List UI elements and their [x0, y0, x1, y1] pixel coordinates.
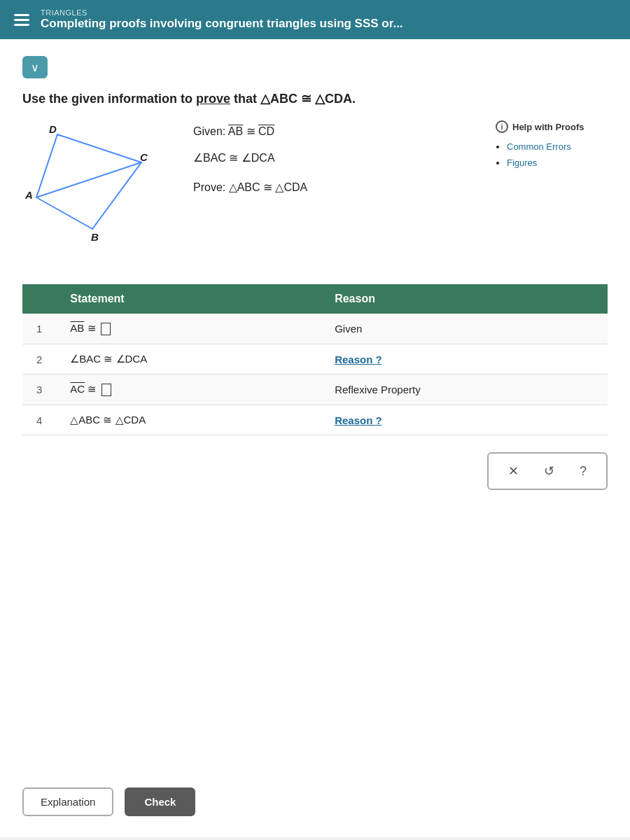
- row-reason[interactable]: Reason ?: [321, 344, 608, 374]
- statement-text: △ABC ≅ △CDA: [70, 414, 146, 426]
- check-button[interactable]: Check: [125, 788, 195, 816]
- svg-text:D: D: [49, 123, 57, 135]
- common-errors-link[interactable]: Common Errors: [507, 141, 571, 152]
- help-panel: i Help with Proofs Common Errors Figures: [496, 120, 608, 263]
- answer-box: ✕ ↺ ?: [487, 452, 608, 490]
- row-num: 4: [22, 405, 56, 435]
- undo-button[interactable]: ↺: [538, 461, 560, 482]
- row-num: 2: [22, 344, 56, 374]
- row-reason: Given: [321, 314, 608, 344]
- svg-marker-0: [36, 134, 141, 229]
- reason-link-4[interactable]: Reason ?: [335, 414, 382, 426]
- row-reason: Reflexive Property: [321, 374, 608, 405]
- help-question-button[interactable]: ?: [574, 461, 592, 482]
- svg-text:A: A: [24, 189, 33, 201]
- answer-box-area: ✕ ↺ ?: [22, 452, 608, 490]
- info-icon: i: [496, 120, 508, 133]
- top-bar-subtitle: TRIANGLES: [41, 8, 403, 17]
- table-row: 2 ∠BAC ≅ ∠DCA Reason ?: [22, 344, 608, 374]
- header-row: Statement Reason: [22, 284, 608, 314]
- top-bar-title: Completing proofs involving congruent tr…: [41, 17, 403, 31]
- help-title-text: Help with Proofs: [512, 122, 584, 132]
- table-row: 3 AC ≅ Reflexive Property: [22, 374, 608, 405]
- bottom-buttons: Explanation Check: [22, 788, 195, 816]
- top-bar-content: TRIANGLES Completing proofs involving co…: [41, 8, 403, 31]
- problem-statement: Use the given information to prove that …: [22, 91, 608, 106]
- main-content: ∨ Use the given information to prove tha…: [0, 39, 630, 837]
- help-link-figures[interactable]: Figures: [507, 155, 608, 171]
- col-reason: Reason: [321, 284, 608, 314]
- statement-text: ∠BAC ≅ ∠DCA: [70, 353, 147, 365]
- col-statement: Statement: [56, 284, 321, 314]
- collapse-button[interactable]: ∨: [22, 56, 48, 78]
- svg-text:C: C: [140, 151, 148, 163]
- table-row: 1 AB ≅ Given: [22, 314, 608, 344]
- prove-statement: Prove: △ABC ≅ △CDA: [193, 176, 307, 199]
- col-num: [22, 284, 56, 314]
- given-info: Given: AB ≅ CD ∠BAC ≅ ∠DCA Prove: △ABC ≅…: [193, 120, 479, 263]
- prove-row: Prove: △ABC ≅ △CDA: [193, 176, 479, 199]
- given-line2: ∠BAC ≅ ∠DCA: [193, 147, 479, 169]
- top-bar: TRIANGLES Completing proofs involving co…: [0, 0, 630, 39]
- explanation-button[interactable]: Explanation: [22, 788, 113, 816]
- table-header: Statement Reason: [22, 284, 608, 314]
- row-num: 1: [22, 314, 56, 344]
- row-statement: AB ≅: [56, 314, 321, 344]
- table-row: 4 △ABC ≅ △CDA Reason ?: [22, 405, 608, 435]
- help-link-errors[interactable]: Common Errors: [507, 139, 608, 155]
- row-statement: ∠BAC ≅ ∠DCA: [56, 344, 321, 374]
- statement-text: AB ≅: [70, 322, 110, 334]
- given-line1: Given: AB ≅ CD: [193, 120, 479, 143]
- row-num: 3: [22, 374, 56, 405]
- row-statement: AC ≅: [56, 374, 321, 405]
- svg-text:B: B: [91, 231, 99, 243]
- given-label: Given: AB ≅ CD: [193, 120, 274, 143]
- hamburger-menu[interactable]: [14, 14, 29, 26]
- figures-link[interactable]: Figures: [507, 158, 537, 168]
- geometry-figure: D C B A: [22, 120, 162, 260]
- reason-link-2[interactable]: Reason ?: [335, 354, 382, 365]
- x-button[interactable]: ✕: [503, 461, 524, 482]
- row-statement: △ABC ≅ △CDA: [56, 405, 321, 435]
- help-title: i Help with Proofs: [496, 120, 608, 133]
- row-reason[interactable]: Reason ?: [321, 405, 608, 435]
- given-angles: ∠BAC ≅ ∠DCA: [193, 147, 275, 169]
- table-body: 1 AB ≅ Given 2 ∠BAC ≅ ∠DCA Reason ? 3: [22, 314, 608, 435]
- proof-table: Statement Reason 1 AB ≅ Given 2 ∠BAC ≅ ∠…: [22, 284, 608, 435]
- help-links: Common Errors Figures: [496, 139, 608, 172]
- figure-area: D C B A: [22, 120, 176, 263]
- svg-line-1: [36, 162, 141, 197]
- content-area: D C B A Given: AB ≅ CD ∠BAC ≅ ∠DCA Prove…: [22, 120, 608, 263]
- statement-text: AC ≅: [70, 383, 111, 395]
